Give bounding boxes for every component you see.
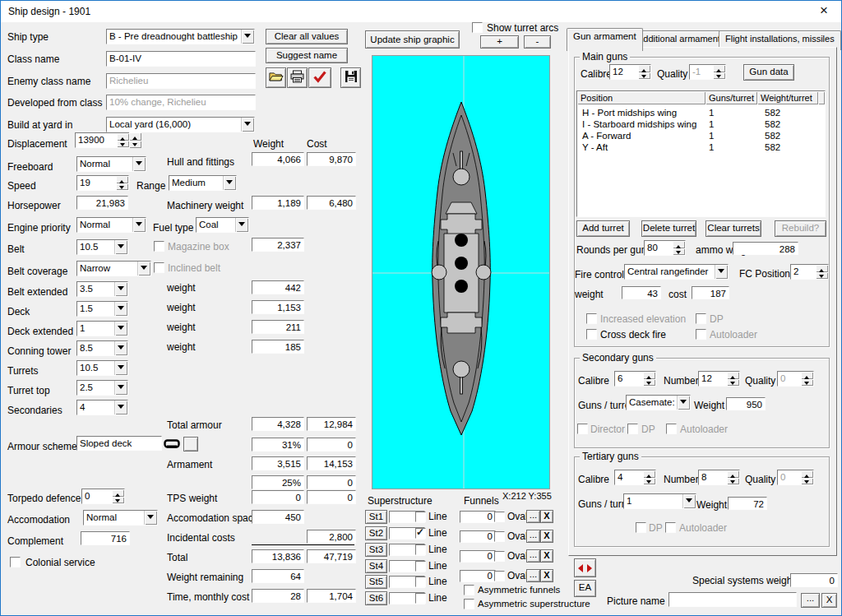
table-row-position[interactable]: A - Forward bbox=[582, 131, 631, 141]
st5-line-checkbox[interactable] bbox=[415, 577, 426, 587]
table-row-position[interactable]: I - Starboard midships wing bbox=[582, 119, 696, 129]
close-icon[interactable]: × bbox=[813, 2, 835, 21]
tertiary-quality-stepper[interactable]: 0 bbox=[777, 470, 814, 485]
spin-buttons[interactable] bbox=[673, 241, 685, 255]
spin-buttons[interactable] bbox=[727, 470, 739, 484]
ea-button[interactable]: EA bbox=[574, 580, 596, 597]
table-row-weight[interactable]: 582 bbox=[765, 131, 780, 141]
turret-table[interactable]: Position Guns/turret Weight/turret H - P… bbox=[576, 90, 826, 217]
st4-button[interactable]: St4 bbox=[365, 559, 387, 573]
chevron-down-icon[interactable] bbox=[223, 176, 236, 190]
funnel4-remove-button[interactable]: X bbox=[540, 569, 553, 582]
funnel1-oval-checkbox[interactable] bbox=[494, 512, 505, 522]
chevron-down-icon[interactable] bbox=[132, 157, 146, 171]
open-folder-icon[interactable] bbox=[266, 67, 286, 88]
funnel1-more-button[interactable]: ... bbox=[526, 510, 540, 523]
chevron-down-icon[interactable] bbox=[114, 341, 127, 355]
spin-buttons[interactable] bbox=[727, 372, 739, 386]
table-row-guns[interactable]: 1 bbox=[709, 108, 714, 118]
funnel2-more-button[interactable]: ... bbox=[526, 530, 540, 543]
chevron-down-icon[interactable] bbox=[114, 302, 127, 316]
table-row-guns[interactable]: 1 bbox=[709, 131, 714, 141]
clear-all-values-button[interactable]: Clear all values bbox=[266, 29, 348, 44]
delete-turret-button[interactable]: Delete turret bbox=[641, 220, 696, 237]
picture-name-input[interactable] bbox=[669, 592, 797, 607]
zoom-in-button[interactable]: + bbox=[480, 35, 519, 49]
st1-button[interactable]: St1 bbox=[365, 510, 387, 524]
spin-buttons[interactable] bbox=[643, 372, 655, 386]
main-calibre-stepper[interactable]: 12 bbox=[609, 64, 651, 80]
table-row-guns[interactable]: 1 bbox=[709, 119, 714, 129]
col-guns-per-turret[interactable]: Guns/turret bbox=[706, 91, 757, 104]
secondary-calibre-stepper[interactable]: 6 bbox=[614, 371, 656, 387]
tertiary-guns-turret-select[interactable]: 1 bbox=[623, 493, 696, 509]
secondaries-select[interactable]: 4 bbox=[76, 400, 128, 415]
class-name-input[interactable]: B-01-IV bbox=[106, 51, 256, 67]
asymmetric-funnels-checkbox[interactable] bbox=[464, 585, 474, 595]
print-icon[interactable] bbox=[287, 67, 308, 88]
secondary-guns-turret-select[interactable]: Casemate: bbox=[626, 395, 691, 410]
speed-stepper[interactable]: 19 bbox=[76, 175, 129, 191]
chevron-down-icon[interactable] bbox=[241, 30, 254, 44]
engine-priority-select[interactable]: Normal bbox=[76, 217, 146, 233]
funnel4-oval-checkbox[interactable] bbox=[494, 571, 505, 581]
spin-buttons[interactable] bbox=[117, 133, 129, 147]
funnel3-remove-button[interactable]: X bbox=[540, 549, 553, 563]
turret-top-select[interactable]: 2.5 bbox=[76, 380, 128, 396]
table-row-weight[interactable]: 582 bbox=[765, 142, 780, 152]
table-row-position[interactable]: H - Port midships wing bbox=[582, 108, 677, 118]
chevron-down-icon[interactable] bbox=[114, 240, 127, 254]
funnel2-oval-checkbox[interactable] bbox=[494, 531, 505, 542]
belt-select[interactable]: 10.5 bbox=[76, 239, 128, 255]
chevron-down-icon[interactable] bbox=[114, 401, 127, 415]
table-row-position[interactable]: Y - Aft bbox=[582, 142, 608, 152]
range-select[interactable]: Medium bbox=[169, 175, 237, 191]
spin-buttons[interactable] bbox=[801, 372, 813, 386]
accomodation-select[interactable]: Normal bbox=[83, 510, 158, 526]
picture-clear-button[interactable]: X bbox=[821, 593, 837, 608]
tertiary-number-stepper[interactable]: 8 bbox=[698, 470, 740, 485]
conning-tower-select[interactable]: 8.5 bbox=[76, 340, 128, 356]
col-weight-per-turret[interactable]: Weight/turret bbox=[757, 91, 818, 104]
spin-buttons[interactable] bbox=[713, 65, 725, 79]
asymmetric-superstructure-checkbox[interactable] bbox=[464, 599, 474, 609]
table-row-weight[interactable]: 582 bbox=[765, 119, 780, 129]
gun-data-button[interactable]: Gun data bbox=[743, 64, 794, 81]
chevron-down-icon[interactable] bbox=[114, 282, 127, 296]
ship-graphic-canvas[interactable] bbox=[372, 55, 550, 489]
displacement-coarse-stepper[interactable] bbox=[129, 132, 141, 148]
chevron-down-icon[interactable] bbox=[241, 118, 254, 132]
deck-select[interactable]: 1.5 bbox=[76, 301, 128, 317]
cross-deck-fire-checkbox[interactable] bbox=[586, 329, 597, 340]
fuel-type-select[interactable]: Coal bbox=[196, 217, 249, 233]
tab-gun-armament[interactable]: Gun armament bbox=[567, 28, 643, 51]
belt-coverage-select[interactable]: Narrow bbox=[76, 261, 151, 276]
torpedo-defence-stepper[interactable]: 0 bbox=[81, 489, 125, 504]
clear-turrets-button[interactable]: Clear turrets bbox=[706, 220, 761, 237]
st5-button[interactable]: St5 bbox=[365, 575, 387, 589]
chevron-down-icon[interactable] bbox=[114, 381, 127, 395]
suggest-name-button[interactable]: Suggest name bbox=[266, 48, 348, 63]
chevron-down-icon[interactable] bbox=[132, 218, 146, 232]
st2-line-checkbox[interactable] bbox=[415, 528, 426, 539]
funnel3-more-button[interactable]: ... bbox=[526, 549, 540, 563]
displacement-stepper[interactable]: 13900 bbox=[75, 132, 130, 148]
table-row-weight[interactable]: 582 bbox=[765, 108, 780, 118]
colonial-service-checkbox[interactable] bbox=[10, 557, 21, 567]
spin-buttons[interactable] bbox=[112, 489, 124, 503]
belt-extended-select[interactable]: 3.5 bbox=[76, 281, 128, 297]
st3-line-checkbox[interactable] bbox=[415, 544, 426, 555]
build-yard-select[interactable]: Local yard (16,000) bbox=[106, 117, 255, 132]
spin-buttons[interactable] bbox=[801, 470, 813, 484]
ship-type-select[interactable]: B - Pre dreadnought battleship bbox=[106, 29, 255, 44]
fire-control-select[interactable]: Central rangefinder bbox=[624, 264, 729, 280]
chevron-down-icon[interactable] bbox=[715, 265, 728, 279]
validate-check-icon[interactable] bbox=[308, 67, 331, 88]
chevron-down-icon[interactable] bbox=[114, 322, 127, 336]
chevron-down-icon[interactable] bbox=[137, 262, 150, 276]
update-graphic-button[interactable]: Update ship graphic bbox=[365, 30, 460, 49]
st1-line-checkbox[interactable] bbox=[415, 512, 426, 522]
table-row-guns[interactable]: 1 bbox=[709, 142, 714, 152]
picture-browse-button[interactable]: ... bbox=[801, 593, 820, 608]
col-position[interactable]: Position bbox=[577, 91, 706, 104]
